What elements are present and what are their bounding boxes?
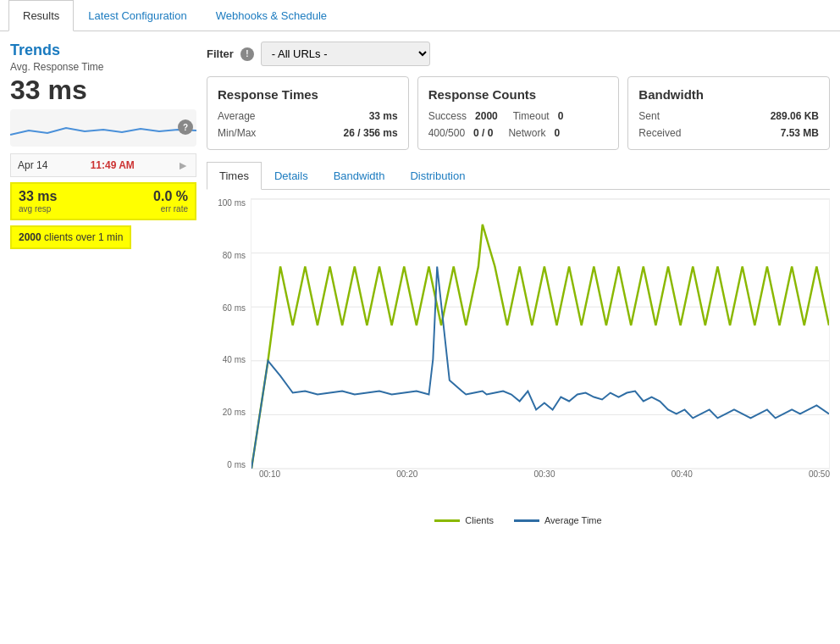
stats-box-bandwidth: Bandwidth Sent 289.06 KB Received 7.53 M… <box>627 76 830 150</box>
clients-badge: 2000 clients over 1 min <box>10 225 131 249</box>
filter-select[interactable]: - All URLs - <box>261 42 430 66</box>
x-axis: 00:10 00:20 00:30 00:40 00:50 <box>251 469 830 495</box>
filter-info-icon[interactable]: ! <box>240 47 254 61</box>
x-label-0030: 00:30 <box>533 469 555 495</box>
metrics-row: 33 ms avg resp 0.0 % err rate <box>10 182 196 220</box>
x-label-0040: 00:40 <box>671 469 693 495</box>
main-layout: Trends Avg. Response Time 33 ms ? Apr 14… <box>0 31 840 536</box>
filter-row: Filter ! - All URLs - <box>207 42 830 66</box>
x-label-0010: 00:10 <box>259 469 280 495</box>
x-label-0050: 00:50 <box>809 469 830 495</box>
err-rate-value: 0.0 % <box>110 189 188 204</box>
chart-svg-container <box>251 198 830 469</box>
sparkline: ? <box>10 109 196 147</box>
y-label-80: 80 ms <box>223 251 246 260</box>
legend-color-avg-time <box>514 519 539 522</box>
filter-label: Filter <box>207 47 234 60</box>
tab-webhooks-schedule[interactable]: Webhooks & Schedule <box>202 0 341 31</box>
y-label-20: 20 ms <box>223 408 246 417</box>
stats-box-title-response-counts: Response Counts <box>428 87 609 102</box>
y-label-0: 0 ms <box>227 460 246 469</box>
inner-tab-details[interactable]: Details <box>262 162 321 190</box>
inner-tabs: Times Details Bandwidth Distribution <box>207 162 830 190</box>
time-text: 11:49 AM <box>91 159 135 171</box>
left-panel: Trends Avg. Response Time 33 ms ? Apr 14… <box>10 42 196 525</box>
key-sent: Sent <box>638 110 660 122</box>
avg-resp-label: avg resp <box>19 204 97 214</box>
x-label-0020: 00:20 <box>396 469 417 495</box>
err-rate-label: err rate <box>110 204 188 214</box>
y-label-60: 60 ms <box>223 303 246 313</box>
chart-area: 100 ms 80 ms 60 ms 40 ms 20 ms 0 ms <box>207 198 830 512</box>
key-received: Received <box>638 127 681 139</box>
date-row: Apr 14 11:49 AM ► <box>10 153 196 177</box>
val-400500: 0 / 0 <box>473 127 493 139</box>
y-axis: 100 ms 80 ms 60 ms 40 ms 20 ms 0 ms <box>207 198 251 469</box>
y-label-100: 100 ms <box>218 198 246 208</box>
key-400500: 400/500 <box>428 127 465 139</box>
help-icon[interactable]: ? <box>178 119 193 135</box>
stats-key-average: Average <box>218 110 255 122</box>
y-label-40: 40 ms <box>223 355 246 364</box>
trends-title: Trends <box>10 42 196 59</box>
val-timeout: 0 <box>558 110 564 122</box>
stats-val-minmax: 26 / 356 ms <box>344 127 398 139</box>
avg-label: Avg. Response Time <box>10 61 196 73</box>
top-tabs-bar: Results Latest Configuration Webhooks & … <box>0 0 840 31</box>
stats-key-minmax: Min/Max <box>218 127 256 139</box>
stats-row-minmax: Min/Max 26 / 356 ms <box>218 127 398 139</box>
inner-tab-times[interactable]: Times <box>207 162 262 190</box>
stats-val-average: 33 ms <box>369 110 398 122</box>
val-sent: 289.06 KB <box>771 110 819 122</box>
clients-count: 2000 <box>19 231 41 243</box>
clients-label: clients over 1 min <box>44 231 123 243</box>
tab-latest-configuration[interactable]: Latest Configuration <box>74 0 201 31</box>
key-network: Network <box>508 127 545 139</box>
stats-row-sent: Sent 289.06 KB <box>638 110 819 122</box>
val-received: 7.53 MB <box>781 127 819 139</box>
avg-resp-value: 33 ms <box>19 189 97 204</box>
key-timeout: Timeout <box>513 110 550 122</box>
val-success: 2000 <box>475 110 498 122</box>
avg-value: 33 ms <box>10 75 196 106</box>
stats-row-received: Received 7.53 MB <box>638 127 819 139</box>
legend-avg-time: Average Time <box>514 515 602 525</box>
stats-row-average: Average 33 ms <box>218 110 398 122</box>
chart-legend: Clients Average Time <box>207 515 830 525</box>
stats-box-title-bandwidth: Bandwidth <box>638 87 819 102</box>
right-panel: Filter ! - All URLs - Response Times Ave… <box>207 42 830 525</box>
stats-counts-row1: Success 2000 Timeout 0 <box>428 110 609 122</box>
key-success: Success <box>428 110 467 122</box>
nav-arrow[interactable]: ► <box>177 158 189 172</box>
legend-clients: Clients <box>434 515 494 525</box>
stats-box-response-times: Response Times Average 33 ms Min/Max 26 … <box>207 76 409 150</box>
stats-box-title-response-times: Response Times <box>218 87 398 102</box>
stats-boxes: Response Times Average 33 ms Min/Max 26 … <box>207 76 830 150</box>
err-rate-cell: 0.0 % err rate <box>103 184 195 219</box>
inner-tab-bandwidth[interactable]: Bandwidth <box>321 162 398 190</box>
date-text: Apr 14 <box>18 159 47 171</box>
inner-tab-distribution[interactable]: Distribution <box>397 162 478 190</box>
stats-box-response-counts: Response Counts Success 2000 Timeout 0 4… <box>417 76 620 150</box>
stats-counts-row2: 400/500 0 / 0 Network 0 <box>428 127 609 139</box>
val-network: 0 <box>554 127 560 139</box>
tab-results[interactable]: Results <box>8 0 74 31</box>
avg-resp-cell: 33 ms avg resp <box>12 184 103 219</box>
legend-color-clients <box>434 519 460 522</box>
